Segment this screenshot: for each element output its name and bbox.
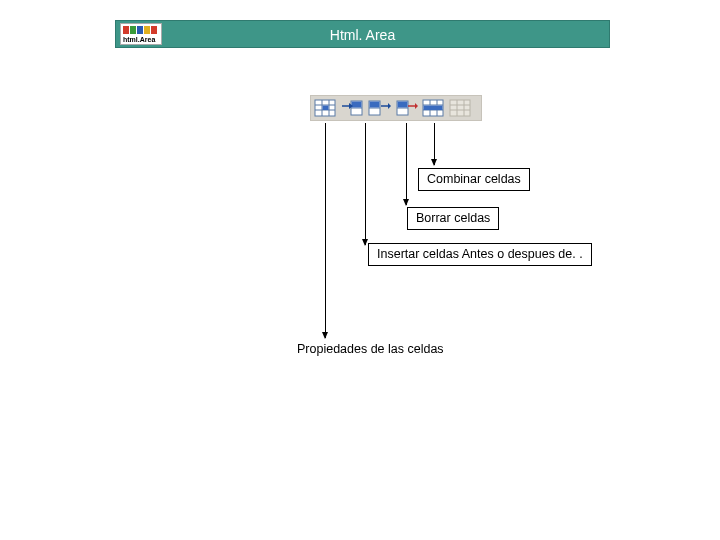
svg-marker-20 bbox=[415, 103, 418, 109]
svg-rect-13 bbox=[370, 102, 380, 108]
label-delete: Borrar celdas bbox=[407, 207, 499, 230]
merge-cells-icon[interactable] bbox=[421, 97, 445, 119]
title-bar: Html. Area bbox=[115, 20, 610, 48]
svg-rect-18 bbox=[398, 102, 408, 108]
label-merge: Combinar celdas bbox=[418, 168, 530, 191]
svg-rect-5 bbox=[323, 106, 329, 111]
split-cell-icon[interactable] bbox=[448, 97, 472, 119]
arrow-delete bbox=[406, 123, 407, 205]
arrow-merge bbox=[434, 123, 435, 165]
table-cells-toolbar bbox=[310, 95, 482, 121]
delete-cell-icon[interactable] bbox=[394, 97, 418, 119]
svg-marker-15 bbox=[388, 103, 391, 109]
cell-properties-icon[interactable] bbox=[313, 97, 337, 119]
svg-rect-8 bbox=[352, 102, 362, 108]
page-title: Html. Area bbox=[330, 27, 395, 43]
insert-cell-after-icon[interactable] bbox=[367, 97, 391, 119]
arrow-insert bbox=[365, 123, 366, 245]
svg-rect-28 bbox=[424, 106, 443, 111]
label-insert: Insertar celdas Antes o despues de. . bbox=[368, 243, 592, 266]
logo-text: html.Area bbox=[123, 36, 155, 43]
svg-rect-29 bbox=[450, 100, 470, 116]
insert-cell-before-icon[interactable] bbox=[340, 97, 364, 119]
htmlarea-logo: html.Area bbox=[120, 23, 162, 45]
arrow-properties bbox=[325, 123, 326, 338]
label-properties: Propiedades de las celdas bbox=[297, 342, 444, 356]
